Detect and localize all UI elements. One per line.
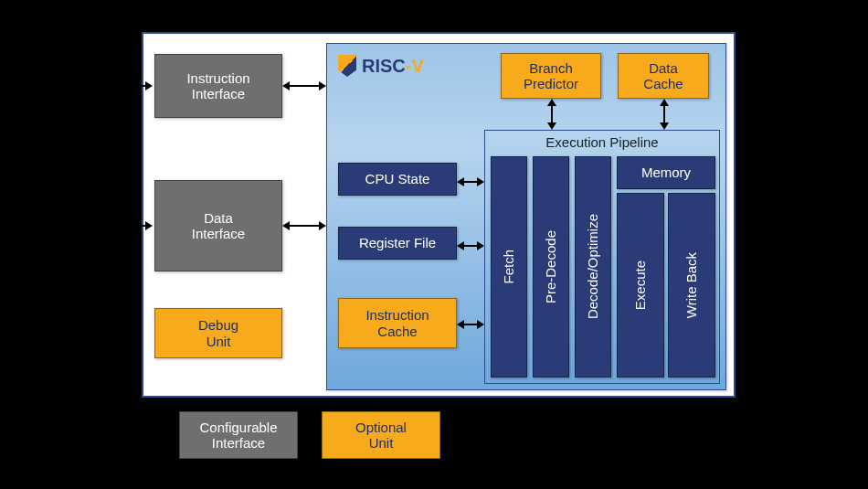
register-file-box: Register File (338, 227, 457, 260)
arrow-branch-pipeline (547, 99, 556, 130)
pipeline-panel: Execution Pipeline Fetch Pre-Decode Deco… (484, 130, 720, 384)
arrow-dcache-pipeline (660, 99, 669, 130)
riscv-logo-icon (338, 55, 356, 77)
cpu-state-box: CPU State (338, 163, 457, 196)
legend-configurable-interface: Configurable Interface (179, 411, 298, 459)
pipeline-fetch-label: Fetch (501, 250, 516, 284)
pipeline-fetch: Fetch (491, 156, 527, 377)
arrow-ext-instr (122, 81, 153, 90)
diagram-stage: Instruction Interface Data Interface Deb… (142, 32, 736, 398)
pipeline-writeback: Write Back (668, 193, 715, 377)
pipeline-memory: Memory (617, 156, 715, 189)
branch-predictor-box: Branch Predictor (501, 53, 601, 99)
pipeline-decode-label: Decode/Optimize (585, 214, 600, 319)
pipeline-decode: Decode/Optimize (575, 156, 611, 377)
pipeline-predecode: Pre-Decode (533, 156, 569, 377)
arrow-instr-core (282, 81, 326, 90)
data-interface-box: Data Interface (154, 180, 282, 271)
data-cache-box: Data Cache (618, 53, 709, 99)
pipeline-writeback-label: Write Back (683, 252, 699, 318)
logo-text-main: RISC (362, 56, 406, 76)
instruction-interface-box: Instruction Interface (154, 54, 282, 118)
instruction-cache-box: Instruction Cache (338, 298, 457, 348)
debug-unit-box: Debug Unit (154, 308, 282, 358)
arrow-ext-data (122, 221, 153, 230)
pipeline-title: Execution Pipeline (485, 134, 719, 150)
legend: Configurable Interface Optional Unit (179, 411, 440, 459)
pipeline-execute: Execute (617, 193, 664, 377)
pipeline-execute-label: Execute (632, 260, 648, 310)
pipeline-predecode-label: Pre-Decode (543, 230, 558, 303)
logo-text-suffix: -V (406, 56, 424, 76)
core-panel: RISC-V Branch Predictor Data Cache CPU S… (326, 43, 726, 390)
riscv-logo: RISC-V (338, 55, 424, 77)
arrow-cpustate-pipeline (457, 177, 484, 186)
arrow-data-core (282, 221, 326, 230)
legend-optional-unit: Optional Unit (322, 411, 440, 459)
arrow-icache-pipeline (457, 320, 484, 329)
arrow-regfile-pipeline (457, 241, 484, 250)
